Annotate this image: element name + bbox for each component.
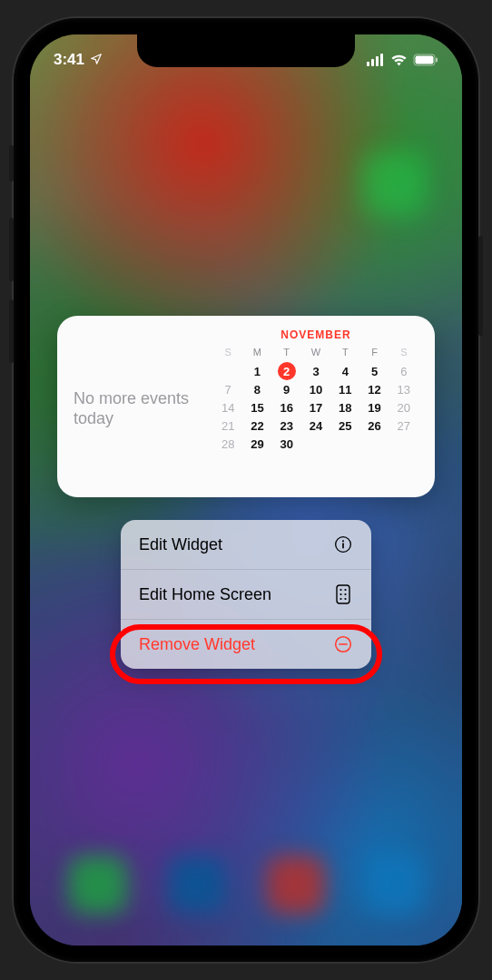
day-of-week-label: F [359,345,389,361]
volume-up-button [9,218,14,281]
power-button [478,236,483,336]
svg-point-12 [344,589,346,591]
svg-rect-2 [376,56,379,66]
calendar-day: 21 [213,417,242,434]
calendar-day [389,436,418,452]
widget-context-menu: Edit Widget Edit Home Screen Remove Widg… [121,520,371,669]
calendar-day: 23 [272,417,301,434]
notch [137,34,355,67]
calendar-day [301,436,330,452]
phone-frame: 3:41 No more events today [14,18,478,962]
calendar-day: 28 [213,436,242,452]
day-of-week-label: S [213,345,242,361]
calendar-day: 29 [242,436,271,452]
calendar-day: 9 [272,381,301,397]
calendar-day: 2 [272,363,301,379]
calendar-day: 5 [359,363,389,379]
dock [48,844,444,926]
calendar-day: 16 [272,399,301,416]
blurred-app-icon [362,152,426,216]
calendar-day: 27 [389,417,418,434]
screen: 3:41 No more events today [30,34,462,946]
widget-events-area: No more events today [74,328,213,488]
minus-circle-icon [333,634,353,654]
calendar-grid: SMTWTFS123456789101112131415161718192021… [213,345,418,452]
status-right [367,54,438,66]
location-arrow-icon [90,53,103,68]
menu-label: Edit Home Screen [139,585,271,604]
status-time: 3:41 [54,51,84,69]
calendar-day: 10 [301,381,330,397]
calendar-day [213,363,242,379]
svg-rect-3 [380,54,383,66]
wifi-icon [390,54,408,66]
calendar-day: 30 [272,436,301,452]
svg-point-11 [339,589,341,591]
svg-point-8 [342,540,344,542]
calendar-day [359,436,389,452]
calendar-day: 6 [389,363,418,379]
calendar-day: 24 [301,417,330,434]
calendar-day: 19 [359,399,389,416]
dock-app [267,856,325,914]
svg-point-16 [344,598,346,600]
day-of-week-label: T [330,345,359,361]
svg-rect-1 [371,59,374,66]
calendar-day: 12 [359,381,389,397]
status-left: 3:41 [54,51,103,69]
day-of-week-label: M [242,345,271,361]
month-label: NOVEMBER [213,328,418,341]
calendar-day: 8 [242,381,271,397]
calendar-day: 26 [359,417,389,434]
calendar-day: 4 [330,363,359,379]
calendar-day: 20 [389,399,418,416]
calendar-day: 3 [301,363,330,379]
calendar-day: 25 [330,417,359,434]
day-of-week-label: W [301,345,330,361]
day-of-week-label: S [389,345,418,361]
menu-item-edit-widget[interactable]: Edit Widget [121,520,371,570]
menu-label: Edit Widget [139,535,222,554]
calendar-day: 18 [330,399,359,416]
svg-rect-6 [436,58,438,63]
calendar-day: 17 [301,399,330,416]
calendar-day: 22 [242,417,271,434]
menu-item-remove-widget[interactable]: Remove Widget [121,620,371,669]
battery-icon [413,54,438,66]
calendar-widget[interactable]: No more events today NOVEMBER SMTWTFS123… [57,316,435,497]
svg-rect-5 [416,56,434,64]
dock-app [168,856,226,914]
calendar-day: 13 [389,381,418,397]
svg-point-14 [344,593,346,595]
svg-rect-10 [337,585,349,603]
calendar-day [330,436,359,452]
calendar-day: 15 [242,399,271,416]
day-of-week-label: T [272,345,301,361]
calendar-day: 7 [213,381,242,397]
menu-label: Remove Widget [139,635,255,654]
svg-rect-9 [342,543,344,548]
no-events-text: No more events today [74,388,204,429]
volume-down-button [9,299,14,363]
widget-calendar-area: NOVEMBER SMTWTFS123456789101112131415161… [213,328,418,488]
svg-point-13 [339,593,341,595]
dock-app [366,856,424,914]
silence-switch [9,145,14,181]
calendar-day: 1 [242,363,271,379]
cellular-signal-icon [367,54,385,66]
calendar-day: 14 [213,399,242,416]
info-icon [333,534,353,554]
svg-point-15 [339,598,341,600]
apps-grid-icon [333,584,353,604]
svg-rect-0 [367,62,369,66]
dock-app [69,856,127,914]
calendar-day: 11 [330,381,359,397]
menu-item-edit-home-screen[interactable]: Edit Home Screen [121,570,371,620]
